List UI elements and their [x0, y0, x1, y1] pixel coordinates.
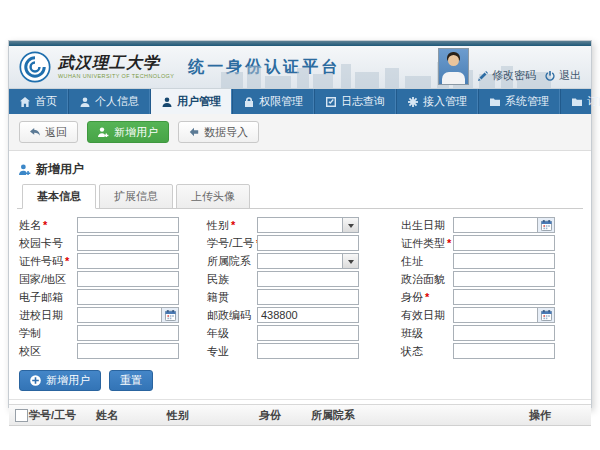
- required-marker: *: [65, 255, 69, 267]
- back-button[interactable]: 返回: [19, 121, 78, 143]
- status-input[interactable]: [453, 343, 555, 359]
- field-label: 班级: [401, 326, 453, 341]
- field-label: 证件号码*: [19, 254, 77, 269]
- campus-card-input[interactable]: [77, 235, 179, 251]
- department-select[interactable]: [257, 253, 359, 269]
- tab-extended-info[interactable]: 扩展信息: [99, 184, 173, 209]
- major-input[interactable]: [257, 343, 359, 359]
- column-header-name[interactable]: 姓名: [96, 408, 167, 423]
- ethnicity-input[interactable]: [257, 271, 359, 287]
- email-input[interactable]: [77, 289, 179, 305]
- nav-tab-personal-info[interactable]: 个人信息: [69, 89, 151, 114]
- app-window: 武汉理工大学 WUHAN UNIVERSITY OF TECHNOLOGY 统一…: [8, 40, 592, 408]
- header-user-area: 修改密码 退出: [438, 48, 581, 86]
- power-icon: [545, 71, 555, 81]
- grade-input[interactable]: [257, 325, 359, 341]
- birth-date-field[interactable]: [453, 217, 555, 233]
- field-label: 邮政编码: [207, 308, 257, 323]
- select-all-checkbox[interactable]: [15, 409, 28, 422]
- chevron-down-icon[interactable]: [342, 218, 358, 232]
- column-header-identity[interactable]: 身份: [259, 408, 311, 423]
- change-password-label: 修改密码: [492, 68, 536, 83]
- valid-date-field[interactable]: [453, 307, 555, 323]
- field-label: 电子邮箱: [19, 290, 77, 305]
- reset-button[interactable]: 重置: [109, 370, 153, 391]
- form-row: 证件号码* 所属院系 住址: [19, 253, 581, 269]
- field-label: 政治面貌: [401, 272, 453, 287]
- university-logo-icon: [19, 51, 51, 83]
- column-header-id[interactable]: 学号/工号: [29, 408, 96, 423]
- nav-tab-log-query[interactable]: 日志查询: [315, 89, 397, 114]
- field-label: 出生日期: [401, 218, 453, 233]
- nav-tab-subscription-management[interactable]: 订阅管理: [561, 89, 600, 114]
- submit-add-user-button[interactable]: 新增用户: [19, 370, 101, 391]
- field-label: 校园卡号: [19, 236, 77, 251]
- field-label: 状态: [401, 344, 453, 359]
- university-name: 武汉理工大学: [58, 55, 174, 71]
- postal-code-input[interactable]: [257, 307, 359, 323]
- address-input[interactable]: [453, 253, 555, 269]
- nav-tab-access-management[interactable]: 接入管理: [397, 89, 479, 114]
- column-header-department[interactable]: 所属院系: [311, 408, 529, 423]
- form-tabs: 基本信息 扩展信息 上传头像: [17, 184, 583, 209]
- content-area: 新增用户 基本信息 扩展信息 上传头像 姓名* 性别* 出生日期: [9, 151, 591, 436]
- person-add-icon: [19, 164, 31, 175]
- gear-icon: [408, 97, 418, 107]
- form-actions: 新增用户 重置: [17, 365, 583, 399]
- nav-tab-home[interactable]: 首页: [9, 89, 69, 114]
- arrow-back-icon: [30, 127, 40, 137]
- tab-upload-avatar[interactable]: 上传头像: [176, 184, 250, 209]
- student-staff-id-input[interactable]: [257, 235, 359, 251]
- data-import-button[interactable]: 数据导入: [178, 121, 259, 143]
- add-user-toolbar-button[interactable]: 新增用户: [87, 121, 169, 143]
- id-type-input[interactable]: [453, 235, 555, 251]
- logout-link[interactable]: 退出: [545, 68, 581, 86]
- folder-icon: [572, 97, 582, 107]
- required-marker: *: [231, 219, 235, 231]
- user-avatar: [438, 48, 469, 85]
- check-square-icon: [326, 97, 336, 107]
- plus-circle-icon: [30, 375, 41, 386]
- user-table-header: 学号/工号 姓名 性别 身份 所属院系 操作: [9, 404, 591, 426]
- column-header-operation: 操作: [529, 408, 591, 423]
- country-region-input[interactable]: [77, 271, 179, 287]
- form-row: 校园卡号 学号/工号* 证件类型*: [19, 235, 581, 251]
- nav-tab-user-management[interactable]: 用户管理: [151, 89, 233, 114]
- main-nav: 首页 个人信息 用户管理 权限管理 日志查询 接入管理 系统管理 订阅管理: [9, 89, 591, 114]
- field-label: 有效日期: [401, 308, 453, 323]
- form-row: 进校日期 邮政编码 有效日期: [19, 307, 581, 323]
- calendar-icon[interactable]: [537, 308, 554, 322]
- nav-tab-permission-management[interactable]: 权限管理: [233, 89, 315, 114]
- required-marker: *: [425, 291, 429, 303]
- calendar-icon[interactable]: [537, 218, 554, 232]
- form-row: 姓名* 性别* 出生日期: [19, 217, 581, 233]
- school-system-input[interactable]: [77, 325, 179, 341]
- field-label: 所属院系: [207, 254, 257, 269]
- gender-select[interactable]: [257, 217, 359, 233]
- form-row: 国家/地区 民族 政治面貌: [19, 271, 581, 287]
- field-label: 学号/工号*: [207, 236, 257, 251]
- required-marker: *: [43, 219, 47, 231]
- basic-info-form: 姓名* 性别* 出生日期 校园卡号 学号/工: [17, 209, 583, 365]
- id-number-input[interactable]: [77, 253, 179, 269]
- field-label: 身份*: [401, 290, 453, 305]
- native-place-input[interactable]: [257, 289, 359, 305]
- form-row: 电子邮箱 籍贯 身份*: [19, 289, 581, 305]
- name-input[interactable]: [77, 217, 179, 233]
- change-password-link[interactable]: 修改密码: [478, 68, 536, 86]
- identity-input[interactable]: [453, 289, 555, 305]
- class-input[interactable]: [453, 325, 555, 341]
- person-add-icon: [98, 127, 109, 137]
- form-row: 学制 年级 班级: [19, 325, 581, 341]
- nav-tab-system-management[interactable]: 系统管理: [479, 89, 561, 114]
- field-label: 民族: [207, 272, 257, 287]
- field-label: 专业: [207, 344, 257, 359]
- calendar-icon[interactable]: [161, 308, 178, 322]
- divider: [9, 399, 591, 400]
- column-header-gender[interactable]: 性别: [167, 408, 259, 423]
- political-status-input[interactable]: [453, 271, 555, 287]
- tab-basic-info[interactable]: 基本信息: [22, 184, 96, 209]
- enrollment-date-field[interactable]: [77, 307, 179, 323]
- campus-input[interactable]: [77, 343, 179, 359]
- chevron-down-icon[interactable]: [342, 254, 358, 268]
